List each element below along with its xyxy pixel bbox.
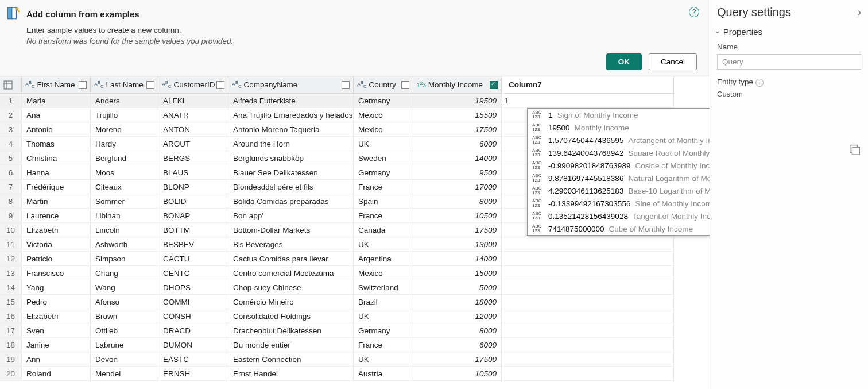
- cell-country[interactable]: UK: [354, 352, 413, 367]
- cell-customer-id[interactable]: COMMI: [158, 295, 228, 309]
- row-number[interactable]: 19: [0, 352, 22, 367]
- example-input-cell[interactable]: [502, 94, 674, 108]
- example-blank-cell[interactable]: [502, 367, 674, 381]
- example-blank-cell[interactable]: [502, 309, 674, 323]
- table-corner[interactable]: [0, 76, 22, 94]
- cell-country[interactable]: UK: [354, 137, 413, 151]
- cell-last-name[interactable]: Libihan: [91, 209, 158, 223]
- cell-income[interactable]: 9500: [413, 165, 502, 180]
- row-number[interactable]: 3: [0, 122, 22, 137]
- cell-country[interactable]: France: [354, 338, 413, 352]
- example-blank-cell[interactable]: [502, 338, 674, 352]
- cell-last-name[interactable]: Wang: [91, 280, 158, 295]
- cell-first-name[interactable]: Thomas: [22, 137, 91, 151]
- column-checkbox[interactable]: [342, 81, 350, 89]
- cell-company[interactable]: B's Beverages: [228, 237, 354, 252]
- cell-customer-id[interactable]: ALFKI: [158, 94, 228, 108]
- cell-income[interactable]: 17500: [413, 122, 502, 137]
- cell-income[interactable]: 17500: [413, 352, 502, 367]
- row-number[interactable]: 16: [0, 309, 22, 323]
- cell-last-name[interactable]: Chang: [91, 266, 158, 280]
- cell-customer-id[interactable]: ANTON: [158, 122, 228, 137]
- cell-company[interactable]: Bon app': [228, 209, 354, 223]
- query-name-input[interactable]: [717, 54, 861, 70]
- row-number[interactable]: 6: [0, 165, 22, 180]
- cell-first-name[interactable]: Sven: [22, 323, 91, 338]
- cell-income[interactable]: 8000: [413, 323, 502, 338]
- cell-country[interactable]: France: [354, 209, 413, 223]
- cell-customer-id[interactable]: CONSH: [158, 309, 228, 323]
- example-blank-cell[interactable]: [502, 237, 674, 252]
- cell-income[interactable]: 5000: [413, 280, 502, 295]
- cell-income[interactable]: 14000: [413, 151, 502, 165]
- row-number[interactable]: 18: [0, 338, 22, 352]
- cell-income[interactable]: 10500: [413, 209, 502, 223]
- cell-first-name[interactable]: Frédérique: [22, 180, 91, 194]
- cell-income[interactable]: 17000: [413, 180, 502, 194]
- column-checkbox[interactable]: [216, 81, 224, 89]
- cell-company[interactable]: Eastern Connection: [228, 352, 354, 367]
- cell-last-name[interactable]: Mendel: [91, 367, 158, 381]
- cell-customer-id[interactable]: CENTC: [158, 266, 228, 280]
- cell-first-name[interactable]: Yang: [22, 280, 91, 295]
- cell-company[interactable]: Ernst Handel: [228, 367, 354, 381]
- cell-company[interactable]: Ana Trujillo Emaredados y helados: [228, 108, 354, 122]
- cell-last-name[interactable]: Ashworth: [91, 237, 158, 252]
- suggestion-item[interactable]: ABC123 19500 Monthly Income: [528, 121, 710, 134]
- cell-last-name[interactable]: Ottlieb: [91, 323, 158, 338]
- suggestion-item[interactable]: ABC123 0.13521428156439028 Tangent of Mo…: [528, 210, 710, 222]
- row-number[interactable]: 4: [0, 137, 22, 151]
- column-checkbox[interactable]: [79, 81, 87, 89]
- cancel-button[interactable]: Cancel: [649, 53, 697, 70]
- cell-last-name[interactable]: Hardy: [91, 137, 158, 151]
- cell-income[interactable]: 8000: [413, 194, 502, 209]
- suggestion-item[interactable]: ABC123 1 Sign of Monthly Income: [528, 109, 710, 121]
- row-number[interactable]: 11: [0, 237, 22, 252]
- cell-last-name[interactable]: Brown: [91, 309, 158, 323]
- cell-income[interactable]: 15500: [413, 108, 502, 122]
- cell-country[interactable]: UK: [354, 237, 413, 252]
- row-number[interactable]: 20: [0, 367, 22, 381]
- column-header-monthly-income[interactable]: 123Monthly Income: [413, 76, 502, 94]
- cell-first-name[interactable]: Janine: [22, 338, 91, 352]
- cell-company[interactable]: Blauer See Delikatessen: [228, 165, 354, 180]
- cell-income[interactable]: 19500: [413, 94, 502, 108]
- suggestion-item[interactable]: ABC123 9.8781697445518386 Natural Logari…: [528, 172, 710, 184]
- cell-income[interactable]: 13000: [413, 237, 502, 252]
- cell-last-name[interactable]: Moos: [91, 165, 158, 180]
- cell-customer-id[interactable]: BLONP: [158, 180, 228, 194]
- example-blank-cell[interactable]: [502, 352, 674, 367]
- cell-first-name[interactable]: Hanna: [22, 165, 91, 180]
- cell-customer-id[interactable]: DUMON: [158, 338, 228, 352]
- cell-customer-id[interactable]: BONAP: [158, 209, 228, 223]
- suggestion-item[interactable]: ABC123 -0.99098201848763989 Cosine of Mo…: [528, 159, 710, 172]
- cell-last-name[interactable]: Moreno: [91, 122, 158, 137]
- cell-last-name[interactable]: Citeaux: [91, 180, 158, 194]
- cell-first-name[interactable]: Franscisco: [22, 266, 91, 280]
- cell-country[interactable]: Mexico: [354, 122, 413, 137]
- cell-customer-id[interactable]: CACTU: [158, 252, 228, 266]
- cell-last-name[interactable]: Simpson: [91, 252, 158, 266]
- column-header-country[interactable]: ABCCountry: [354, 76, 413, 94]
- cell-first-name[interactable]: Ann: [22, 352, 91, 367]
- cell-last-name[interactable]: Devon: [91, 352, 158, 367]
- column-checkbox[interactable]: [401, 81, 409, 89]
- cell-customer-id[interactable]: BOLID: [158, 194, 228, 209]
- cell-income[interactable]: 6000: [413, 338, 502, 352]
- cell-first-name[interactable]: Elizabeth: [22, 223, 91, 237]
- help-icon[interactable]: ?: [689, 7, 699, 17]
- cell-country[interactable]: Brazil: [354, 295, 413, 309]
- cell-country[interactable]: Sweden: [354, 151, 413, 165]
- example-blank-cell[interactable]: [502, 295, 674, 309]
- cell-company[interactable]: Antonio Moreno Taqueria: [228, 122, 354, 137]
- row-number[interactable]: 1: [0, 94, 22, 108]
- cell-income[interactable]: 15000: [413, 266, 502, 280]
- suggestion-item[interactable]: ABC123 1.5707450447436595 Arctangent of …: [528, 134, 710, 147]
- cell-income[interactable]: 14000: [413, 252, 502, 266]
- cell-customer-id[interactable]: BESBEV: [158, 237, 228, 252]
- row-number[interactable]: 2: [0, 108, 22, 122]
- cell-first-name[interactable]: Patricio: [22, 252, 91, 266]
- row-number[interactable]: 5: [0, 151, 22, 165]
- cell-customer-id[interactable]: AROUT: [158, 137, 228, 151]
- properties-section-toggle[interactable]: › Properties: [717, 27, 861, 37]
